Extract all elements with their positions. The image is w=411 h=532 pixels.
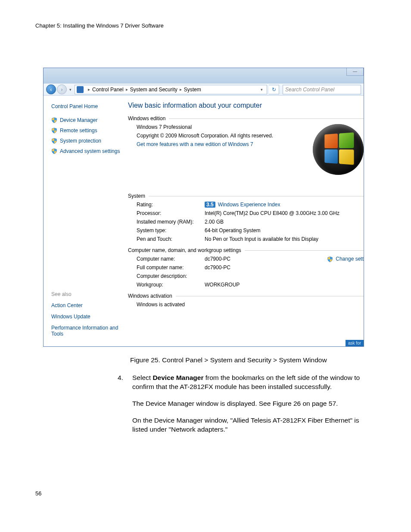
shield-icon [51,148,57,154]
system-window: — ‹ › ▾ ▸ Control Panel ▸ System and Sec… [43,68,364,347]
see-also-windows-update[interactable]: Windows Update [51,314,123,320]
breadcrumb-sep: ▸ [88,87,90,92]
computer-description-value [205,273,364,279]
figure-caption: Figure 25. Control Panel > System and Se… [130,356,387,364]
computer-name-label: Computer name: [137,256,205,262]
address-dropdown[interactable]: ▾ [258,87,265,92]
section-system: System [128,193,145,199]
step-4: 4. Select Device Manager from the bookma… [132,373,361,392]
back-button[interactable]: ‹ [46,84,56,94]
forward-button[interactable]: › [57,84,67,94]
breadcrumb-sep: ▸ [126,87,128,92]
section-windows-edition: Windows edition [128,115,165,121]
sidebar-item-remote-settings[interactable]: Remote settings [51,128,123,134]
paragraph: On the Device Manager window, "Allied Te… [132,416,361,434]
breadcrumb-seg1[interactable]: Control Panel [92,87,124,93]
see-also-action-center[interactable]: Action Center [51,302,123,308]
shield-icon [51,138,57,144]
ram-label: Installed memory (RAM): [137,219,205,225]
titlebar: — [44,68,364,84]
shield-icon [51,117,57,123]
control-panel-icon [77,86,84,93]
processor-value: Intel(R) Core(TM)2 Duo CPU E8400 @ 3.00G… [205,210,364,216]
page-number: 56 [35,490,41,497]
sidebar-item-label: Remote settings [60,128,97,134]
page-title: View basic information about your comput… [128,102,364,109]
see-also-heading: See also [51,291,123,297]
history-dropdown[interactable]: ▾ [68,84,73,94]
breadcrumb-sep: ▸ [180,87,182,92]
rating-label: Rating: [137,202,205,208]
shield-icon [51,128,57,134]
workgroup-label: Workgroup: [137,282,205,288]
pen-touch-label: Pen and Touch: [137,236,205,242]
sidebar-item-label: Advanced system settings [60,148,120,154]
system-type-value: 64-bit Operating System [205,227,364,233]
minimize-button[interactable]: — [346,68,364,76]
breadcrumb-seg2[interactable]: System and Security [130,87,177,93]
breadcrumb-seg3[interactable]: System [184,87,201,93]
search-input[interactable]: Search Control Panel [283,85,361,94]
full-computer-name-label: Full computer name: [137,264,205,271]
section-activation: Windows activation [128,293,172,299]
sidebar-item-system-protection[interactable]: System protection [51,138,123,144]
change-settings-link[interactable]: Change sett [327,256,364,262]
section-computer-name: Computer name, domain, and workgroup set… [128,247,241,253]
pen-touch-value: No Pen or Touch Input is available for t… [205,236,364,242]
activation-status: Windows is activated [137,302,364,308]
rating-badge: 3.5 [205,202,215,208]
processor-label: Processor: [137,210,205,216]
system-type-label: System type: [137,227,205,233]
windows-logo [313,124,364,175]
ask-for-badge[interactable]: ask for [346,340,364,346]
refresh-button[interactable]: ↻ [269,85,279,94]
sidebar: Control Panel Home Device Manager Remote… [44,96,128,346]
navbar: ‹ › ▾ ▸ Control Panel ▸ System and Secur… [44,84,364,96]
address-bar[interactable]: ▸ Control Panel ▸ System and Security ▸ … [75,85,267,94]
main-content: View basic information about your comput… [128,96,364,346]
chapter-header: Chapter 5: Installing the Windows 7 Driv… [35,22,387,29]
workgroup-value: WORKGROUP [205,282,364,288]
sidebar-item-label: System protection [60,138,101,144]
computer-description-label: Computer description: [137,273,205,279]
sidebar-item-advanced-settings[interactable]: Advanced system settings [51,148,123,154]
ram-value: 2.00 GB [205,219,364,225]
sidebar-item-device-manager[interactable]: Device Manager [51,117,123,123]
paragraph: The Device Manager window is displayed. … [132,399,361,408]
control-panel-home-link[interactable]: Control Panel Home [51,103,123,109]
see-also-perf-info[interactable]: Performance Information and Tools [51,325,123,337]
step-number: 4. [118,373,123,383]
wei-link[interactable]: Windows Experience Index [218,202,280,208]
sidebar-item-label: Device Manager [60,117,97,123]
shield-icon [327,256,333,262]
full-computer-name-value: dc7900-PC [205,264,364,271]
